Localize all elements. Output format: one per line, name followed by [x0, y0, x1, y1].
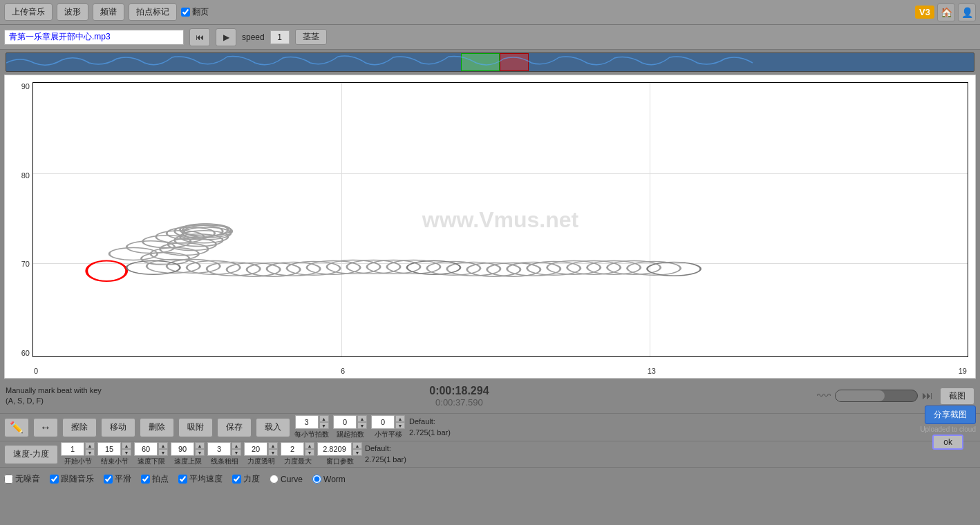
force-transparent-value: 20	[244, 442, 267, 456]
curve-radio-label[interactable]: Curve	[270, 475, 303, 484]
delete-button[interactable]: 删除	[140, 418, 174, 437]
stroke-width-up[interactable]: ▲	[232, 442, 241, 449]
erase-icon-button[interactable]: ✏️	[4, 418, 29, 437]
flip-page-label: 翻页	[192, 6, 209, 18]
bar-shift-value: 0	[371, 415, 395, 429]
erase-button[interactable]: 擦除	[62, 418, 97, 437]
stroke-width-arrows[interactable]: ▲ ▼	[232, 442, 241, 456]
end-bar-up[interactable]: ▲	[122, 442, 131, 449]
speed-degree-button[interactable]: 速度-力度	[4, 445, 58, 464]
force-transparent-up[interactable]: ▲	[268, 442, 278, 449]
end-bar-label: 结束小节	[101, 457, 129, 466]
accompaniment-label[interactable]: 跟随音乐	[50, 473, 94, 485]
svg-point-28	[126, 241, 175, 254]
beat-point-checkbox[interactable]	[141, 475, 150, 484]
default-value-params: 2.725(1 bar)	[365, 455, 406, 465]
bar-shift-down[interactable]: ▼	[395, 422, 405, 429]
start-beats-down[interactable]: ▼	[357, 422, 367, 429]
speed-upper-arrows[interactable]: ▲ ▼	[195, 442, 205, 456]
window-params-up[interactable]: ▲	[352, 442, 362, 449]
end-bar-arrows[interactable]: ▲ ▼	[122, 442, 131, 456]
waveform-button[interactable]: 波形	[57, 3, 88, 21]
speed-upper-up[interactable]: ▲	[195, 442, 205, 449]
beat-point-label[interactable]: 拍点	[141, 473, 169, 485]
start-bar-down[interactable]: ▼	[85, 449, 95, 456]
worm-radio-label[interactable]: Worm	[312, 475, 346, 484]
move-icon-button[interactable]: ↔️	[33, 418, 58, 437]
window-params-label: 窗口参数	[326, 457, 354, 466]
end-bar-down[interactable]: ▼	[122, 449, 131, 456]
upload-cloud-text: Uploaded to cloud	[920, 426, 976, 433]
bar-shift-arrows[interactable]: ▲ ▼	[395, 415, 405, 429]
status-text: Manually mark beat with key (A, S, D, F)	[6, 385, 102, 407]
stroke-width-down[interactable]: ▼	[232, 449, 241, 456]
start-beats-arrows[interactable]: ▲ ▼	[357, 415, 367, 429]
start-beats-value: 0	[333, 415, 357, 429]
force-transparent-group: 20 ▲ ▼ 力度透明	[244, 442, 278, 466]
flip-page-checkbox[interactable]	[181, 8, 190, 17]
force-max-value: 2	[281, 442, 304, 456]
force-label[interactable]: 力度	[232, 473, 260, 485]
load-button[interactable]: 载入	[256, 418, 290, 437]
share-screenshot-button[interactable]: 分享截图	[925, 405, 976, 424]
start-beats-up[interactable]: ▲	[357, 415, 367, 422]
chart-inner[interactable]: www.Vmus.net	[32, 82, 968, 357]
user-icon-button[interactable]: 👤	[958, 3, 976, 21]
smooth-checkbox[interactable]	[104, 475, 113, 484]
window-params-arrows[interactable]: ▲ ▼	[352, 442, 362, 456]
start-beats-group: 0 ▲ ▼ 踢起拍数	[333, 415, 367, 439]
beat-mark-button[interactable]: 拍点标记	[129, 3, 177, 21]
ok-button[interactable]: ok	[932, 435, 963, 450]
force-transparent-arrows[interactable]: ▲ ▼	[268, 442, 278, 456]
speed-lower-down[interactable]: ▼	[158, 449, 168, 456]
beats-per-bar-arrows[interactable]: ▲ ▼	[319, 415, 329, 429]
beats-per-bar-down[interactable]: ▼	[319, 422, 329, 429]
accompaniment-checkbox[interactable]	[50, 475, 59, 484]
worm-radio[interactable]	[312, 475, 321, 484]
screenshot-button[interactable]: 截图	[940, 388, 974, 405]
home-icon-button[interactable]: 🏠	[937, 3, 955, 21]
force-max-down[interactable]: ▼	[305, 449, 314, 456]
waveform-container[interactable]	[6, 52, 974, 72]
move-button[interactable]: 移动	[101, 418, 135, 437]
absorb-button[interactable]: 吸附	[178, 418, 213, 437]
avg-speed-checkbox[interactable]	[178, 475, 187, 484]
flip-page-checkbox-label[interactable]: 翻页	[181, 6, 209, 18]
params-row: 速度-力度 1 ▲ ▼ 开始小节 15 ▲ ▼ 结束小节 60 ▲ ▼	[0, 441, 980, 467]
speed-lower-arrows[interactable]: ▲ ▼	[158, 442, 168, 456]
default-value: 2.725(1 bar)	[409, 428, 451, 438]
no-noise-label[interactable]: 无噪音	[4, 473, 40, 485]
force-max-label: 力度最大	[284, 457, 312, 466]
no-noise-checkbox[interactable]	[4, 475, 13, 484]
window-params-group: 2.8209 ▲ ▼ 窗口参数	[317, 442, 362, 466]
window-params-down[interactable]: ▼	[352, 449, 362, 456]
waveform-slider[interactable]	[835, 390, 918, 402]
speed-label: speed	[242, 32, 265, 42]
start-bar-value: 1	[61, 442, 84, 456]
confirm-button[interactable]: 茎茎	[295, 29, 327, 45]
curve-radio[interactable]	[270, 475, 279, 484]
beats-per-bar-group: 3 ▲ ▼ 每小节拍数	[294, 415, 329, 439]
controls-row: ✏️ ↔️ 擦除 移动 删除 吸附 保存 载入 3 ▲ ▼ 每小节拍数 0 ▲ …	[0, 413, 980, 441]
force-checkbox[interactable]	[232, 475, 241, 484]
start-bar-arrows[interactable]: ▲ ▼	[85, 442, 95, 456]
speed-upper-label: 速度上限	[174, 457, 202, 466]
smooth-label[interactable]: 平滑	[104, 473, 131, 485]
start-bar-up[interactable]: ▲	[85, 442, 95, 449]
force-max-up[interactable]: ▲	[305, 442, 314, 449]
avg-speed-label[interactable]: 平均速度	[178, 473, 223, 485]
upload-music-button[interactable]: 上传音乐	[4, 3, 53, 21]
play-button[interactable]: ▶	[216, 28, 236, 46]
bar-shift-up[interactable]: ▲	[395, 415, 405, 422]
beats-per-bar-up[interactable]: ▲	[319, 415, 329, 422]
speed-upper-down[interactable]: ▼	[195, 449, 205, 456]
speed-lower-value: 60	[134, 442, 158, 456]
svg-point-43	[126, 260, 180, 274]
frequency-button[interactable]: 频谱	[93, 3, 124, 21]
force-max-arrows[interactable]: ▲ ▼	[305, 442, 314, 456]
top-toolbar: 上传音乐 波形 频谱 拍点标记 翻页 V3 🏠 👤	[0, 0, 980, 25]
force-transparent-down[interactable]: ▼	[268, 449, 278, 456]
speed-lower-up[interactable]: ▲	[158, 442, 168, 449]
save-button[interactable]: 保存	[217, 418, 252, 437]
rewind-button[interactable]: ⏮	[189, 28, 210, 46]
